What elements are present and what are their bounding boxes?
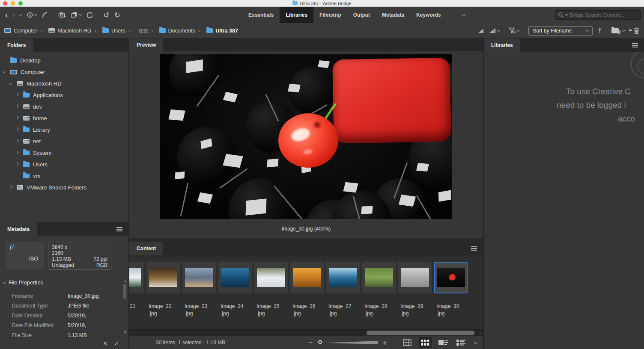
cancel-metadata-button[interactable]: × [103, 340, 107, 347]
search-scope-chevron-icon[interactable] [565, 13, 568, 16]
metadata-panel-menu-icon[interactable] [116, 227, 122, 231]
folder-tree-item[interactable]: Macintosh HD [0, 78, 128, 89]
thumbnail-item[interactable]: Image_30.jpg [434, 262, 468, 317]
expand-chevron-icon[interactable] [8, 187, 13, 188]
toolbar: ‹ › ↺ ↻ [0, 7, 644, 23]
breadcrumb-item[interactable]: Ultra 387 [195, 27, 238, 34]
thumbnail-quality-hq-button[interactable] [489, 28, 500, 34]
list-view-button[interactable] [455, 337, 468, 348]
expand-chevron-icon[interactable] [15, 164, 20, 165]
breadcrumb-item[interactable]: Computer [4, 28, 37, 34]
tree-item-icon [23, 116, 30, 121]
view-options-chevron-icon[interactable] [474, 340, 477, 343]
zoom-window-button[interactable] [18, 1, 23, 6]
libraries-panel-menu-icon[interactable] [632, 43, 638, 47]
search-input[interactable] [569, 12, 638, 18]
folder-tree-item[interactable]: net [0, 136, 128, 147]
tab-folders[interactable]: Folders [0, 38, 33, 52]
bridge-search[interactable] [555, 10, 641, 20]
expand-chevron-icon[interactable] [8, 83, 13, 84]
thumbnail-item[interactable]: Image_22.jpg [146, 262, 180, 317]
workspace-tab[interactable]: Libraries [280, 7, 313, 23]
breadcrumb-item[interactable]: Documents [148, 27, 195, 34]
folder-tree-item[interactable]: home [0, 112, 128, 124]
expand-chevron-icon[interactable] [15, 152, 20, 154]
thumbnail-size-slider[interactable] [318, 340, 378, 346]
breadcrumb-item[interactable]: Macintosh HD [37, 27, 91, 34]
thumbnail-view-button[interactable] [419, 337, 432, 348]
tab-preview[interactable]: Preview [129, 38, 163, 51]
rotate-cw-button[interactable]: ↻ [114, 12, 120, 19]
import-from-camera-button[interactable] [58, 12, 66, 18]
tab-content[interactable]: Content [129, 242, 163, 255]
workspace-tab[interactable]: Filmstrip [313, 7, 347, 23]
folder-tree-item[interactable]: Computer [0, 66, 128, 78]
thumbnail-item[interactable]: Image_26.jpg [290, 262, 324, 317]
thumbnail-item[interactable]: Image_21.jpg [129, 262, 144, 317]
breadcrumb-item[interactable]: test [125, 27, 148, 34]
rotate-ccw-button[interactable]: ↺ [103, 12, 109, 19]
folder-tree-item[interactable]: dev [0, 101, 128, 112]
nav-dropdown-chevron-icon[interactable] [19, 15, 22, 16]
zoom-in-button[interactable]: + [383, 339, 387, 346]
thumbnail-quality-fast-button[interactable] [477, 28, 484, 34]
open-recent-file-button[interactable] [611, 27, 625, 34]
sort-ascending-button[interactable]: ↑ [597, 27, 602, 35]
scroll-right-icon[interactable]: › [480, 330, 481, 336]
scrollbar-thumb[interactable] [367, 331, 474, 335]
file-properties-header[interactable]: File Properties [3, 280, 43, 286]
libraries-message: To use Creative C [566, 87, 631, 96]
grid-lock-view-button[interactable] [401, 337, 414, 348]
workspace-tab[interactable]: Output [347, 7, 376, 23]
delete-item-button[interactable] [633, 27, 640, 34]
thumbnail-item[interactable]: Image_29.jpg [398, 262, 432, 317]
apply-metadata-button[interactable]: ✓ [114, 340, 119, 346]
recent-history-button[interactable] [27, 12, 37, 18]
breadcrumb-item[interactable]: Users [91, 27, 125, 34]
details-view-button[interactable] [437, 337, 450, 348]
folder-tree-item[interactable]: Library [0, 124, 128, 136]
preview-image[interactable] [160, 54, 452, 219]
folder-tree-item[interactable]: Applications [0, 89, 128, 101]
metadata-scrollbar[interactable]: ▲ ▼ [122, 279, 127, 334]
libraries-panel: Libraries To use Creative C need to be l… [484, 38, 644, 349]
folder-tree-item[interactable]: Users [0, 159, 128, 170]
folder-tree-item[interactable]: Desktop [0, 55, 128, 66]
thumbnail-item[interactable]: Image_27.jpg [326, 262, 360, 317]
forward-button[interactable]: › [12, 12, 15, 19]
workspace-tab[interactable]: Keywords [410, 7, 447, 23]
expand-chevron-icon[interactable] [15, 118, 20, 119]
tab-metadata-panel[interactable]: Metadata [0, 222, 37, 236]
expand-chevron-icon[interactable] [15, 106, 20, 107]
thumbnail-label: Image_29.jpg [398, 303, 432, 317]
expand-chevron-icon[interactable] [15, 95, 20, 96]
filter-button[interactable] [509, 27, 519, 34]
slider-knob[interactable] [318, 340, 322, 344]
expand-chevron-icon[interactable] [2, 72, 7, 73]
thumbnail-item[interactable]: Image_23.jpg [182, 262, 216, 317]
workspace-tab[interactable]: Essentials [242, 7, 280, 23]
folder-tree-item[interactable]: System [0, 147, 128, 159]
folder-tree-item[interactable]: vm [0, 170, 128, 182]
folder-tree-item[interactable]: VMware Shared Folders [0, 182, 128, 193]
refresh-button[interactable] [86, 12, 93, 19]
workspace-more-chevron-icon[interactable] [459, 7, 468, 23]
expand-chevron-icon[interactable] [15, 141, 20, 142]
thumbnail-item[interactable]: Image_28.jpg [362, 262, 396, 317]
boomerang-return-button[interactable] [42, 12, 48, 18]
minimize-window-button[interactable] [11, 1, 15, 6]
zoom-out-button[interactable]: − [308, 339, 313, 346]
sort-dropdown[interactable]: Sort by Filename [528, 26, 593, 35]
expand-chevron-icon[interactable] [15, 129, 20, 130]
scroll-left-icon[interactable]: ‹ [131, 330, 133, 336]
batch-copy-button[interactable] [71, 12, 81, 18]
tab-libraries-panel[interactable]: Libraries [484, 38, 520, 52]
thumbnail-item[interactable]: Image_24.jpg [218, 262, 252, 317]
workspace-tab[interactable]: Metadata [376, 7, 410, 23]
close-window-button[interactable] [3, 1, 7, 6]
thumbnail-item[interactable]: Image_25.jpg [254, 262, 288, 317]
tree-item-icon [23, 162, 30, 167]
back-button[interactable]: ‹ [5, 12, 8, 19]
content-panel-menu-icon[interactable] [471, 246, 477, 251]
content-horizontal-scrollbar[interactable]: ‹ › [129, 329, 483, 336]
